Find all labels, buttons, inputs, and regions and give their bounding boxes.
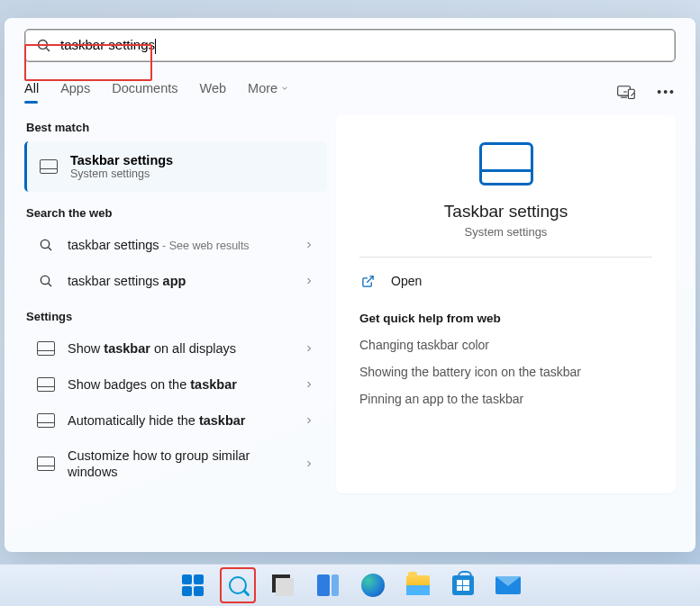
taskbar-icon xyxy=(37,457,55,471)
section-best-match: Best match xyxy=(26,121,327,134)
taskbar-task-view[interactable] xyxy=(265,567,301,603)
taskbar-widgets[interactable] xyxy=(310,567,346,603)
widgets-icon xyxy=(317,574,339,596)
preview-pane: Taskbar settings System settings Open Ge… xyxy=(336,115,676,493)
search-bar[interactable]: taskbar settings xyxy=(24,29,676,62)
help-heading: Get quick help from web xyxy=(359,312,652,325)
text-cursor xyxy=(155,39,156,54)
web-result-text: taskbar settings app xyxy=(68,274,291,288)
section-settings: Settings xyxy=(26,310,327,323)
search-icon xyxy=(39,238,53,252)
taskbar-icon xyxy=(37,413,55,428)
search-icon xyxy=(36,38,51,53)
chevron-right-icon xyxy=(304,458,314,469)
settings-result[interactable]: Show badges on the taskbar xyxy=(24,366,327,402)
taskbar-mail[interactable] xyxy=(490,567,526,603)
svg-line-1 xyxy=(46,48,50,51)
filter-tabs: All Apps Documents Web More ••• xyxy=(24,81,676,103)
mail-icon xyxy=(495,576,521,594)
svg-line-6 xyxy=(49,248,51,250)
web-result[interactable]: taskbar settings app xyxy=(24,263,327,299)
preview-hero-icon xyxy=(479,142,533,185)
web-result[interactable]: taskbar settings - See web results xyxy=(24,227,327,263)
search-input[interactable]: taskbar settings xyxy=(60,37,664,54)
svg-point-7 xyxy=(41,276,49,284)
help-link[interactable]: Showing the battery icon on the taskbar xyxy=(359,365,652,379)
taskbar-search[interactable] xyxy=(220,567,256,603)
start-icon xyxy=(182,574,204,596)
store-icon xyxy=(452,575,474,595)
tab-web[interactable]: Web xyxy=(200,81,227,103)
chevron-right-icon xyxy=(304,276,314,286)
taskbar-store[interactable] xyxy=(445,567,481,603)
taskbar-icon xyxy=(37,341,55,356)
taskbar-icon xyxy=(37,377,55,392)
svg-point-5 xyxy=(41,240,49,248)
search-icon xyxy=(39,274,53,288)
task-view-icon xyxy=(272,574,294,596)
chevron-right-icon xyxy=(304,415,314,426)
tab-apps[interactable]: Apps xyxy=(60,81,90,103)
help-link[interactable]: Changing taskbar color xyxy=(359,338,652,352)
open-label: Open xyxy=(391,274,422,288)
settings-result-text: Customize how to group similar windows xyxy=(68,448,291,480)
web-result-text: taskbar settings - See web results xyxy=(68,238,291,252)
taskbar-explorer[interactable] xyxy=(400,567,436,603)
taskbar-edge[interactable] xyxy=(355,567,391,603)
open-button[interactable]: Open xyxy=(359,270,652,292)
settings-result[interactable]: Customize how to group similar windows xyxy=(24,439,327,489)
phone-link-icon[interactable] xyxy=(617,83,637,101)
best-match-item[interactable]: Taskbar settings System settings xyxy=(24,141,327,192)
tab-all[interactable]: All xyxy=(24,81,39,103)
svg-line-9 xyxy=(367,276,373,282)
chevron-right-icon xyxy=(304,379,314,390)
svg-point-0 xyxy=(38,40,47,49)
section-search-web: Search the web xyxy=(26,206,327,220)
settings-result-text: Show taskbar on all displays xyxy=(68,341,291,356)
settings-result-text: Show badges on the taskbar xyxy=(68,377,291,392)
more-options-icon[interactable]: ••• xyxy=(657,85,676,99)
settings-result-text: Automatically hide the taskbar xyxy=(68,413,291,428)
taskbar-start[interactable] xyxy=(175,567,211,603)
chevron-down-icon xyxy=(280,84,289,93)
divider xyxy=(359,257,652,258)
taskbar-settings-icon xyxy=(40,159,58,174)
best-match-title: Taskbar settings xyxy=(70,153,173,167)
chevron-right-icon xyxy=(304,343,314,354)
svg-line-8 xyxy=(49,284,51,286)
search-panel: taskbar settings All Apps Documents Web … xyxy=(5,18,695,552)
settings-result[interactable]: Show taskbar on all displays xyxy=(24,330,327,366)
search-icon xyxy=(229,576,247,594)
tab-documents[interactable]: Documents xyxy=(112,81,177,103)
preview-title: Taskbar settings xyxy=(444,202,568,222)
taskbar xyxy=(0,564,700,606)
best-match-subtitle: System settings xyxy=(70,167,173,180)
help-link[interactable]: Pinning an app to the taskbar xyxy=(359,392,652,406)
open-external-icon xyxy=(361,275,375,288)
chevron-right-icon xyxy=(304,240,314,250)
folder-icon xyxy=(406,575,430,595)
results-column: Best match Taskbar settings System setti… xyxy=(24,115,327,493)
tab-more[interactable]: More xyxy=(248,81,289,103)
settings-result[interactable]: Automatically hide the taskbar xyxy=(24,402,327,439)
preview-subtitle: System settings xyxy=(465,225,548,239)
edge-icon xyxy=(361,574,385,597)
